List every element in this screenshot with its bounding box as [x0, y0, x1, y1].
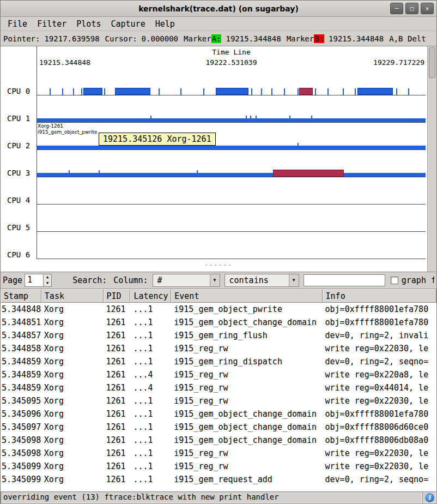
event-tick [73, 88, 74, 95]
cell: 5.345098 [1, 434, 41, 447]
task-bar[interactable] [299, 88, 313, 95]
cell: ...1 [130, 342, 171, 355]
search-input[interactable] [304, 274, 385, 286]
table-row[interactable]: 5.344859Xorg1261...4i915_reg_rwwrite reg… [1, 368, 436, 381]
cell: obj=0xffff88001efa780 [323, 407, 436, 421]
cell: 1261 [104, 473, 131, 486]
table-row[interactable]: 5.345098Xorg1261...1i915_gem_object_chan… [1, 434, 436, 447]
table-row[interactable]: 5.344851Xorg1261...1i915_gem_object_chan… [1, 316, 436, 329]
cell: i915_gem_object_change_domain [171, 316, 322, 329]
cpu-plot[interactable] [37, 150, 426, 177]
event-tick [62, 88, 63, 95]
event-tick [298, 88, 299, 95]
table-body: 5.344848Xorg1261...1i915_gem_object_pwri… [1, 303, 436, 491]
column-header-info[interactable]: Info [323, 289, 436, 303]
cell: obj=0xffff88006d60ce0 [323, 421, 436, 434]
table-row[interactable]: 5.345099Xorg1261...1i915_reg_rwwrite reg… [1, 460, 436, 473]
column-header-latency[interactable]: Latency [130, 289, 171, 303]
graph-follows-checkbox[interactable] [391, 277, 398, 284]
task-annotation-name: Xorg-1261 [38, 123, 97, 129]
table-row[interactable]: 5.345096Xorg1261...1i915_gem_object_chan… [1, 407, 436, 421]
info-icon[interactable]: i [425, 493, 434, 502]
task-bar[interactable] [357, 88, 393, 95]
sched-line [37, 118, 426, 122]
cell: 1261 [104, 434, 131, 447]
cell: i915_gem_ring_dispatch [171, 355, 322, 368]
column-header-task[interactable]: Task [41, 289, 104, 303]
table-row[interactable]: 5.344859Xorg1261...4i915_reg_rwwrite reg… [1, 381, 436, 394]
task-bar[interactable] [83, 88, 102, 95]
menu-bar: FileFilterPlotsCaptureHelp [1, 17, 436, 31]
task-bar[interactable] [115, 88, 150, 95]
cell: ...1 [130, 355, 171, 368]
kernelshark-window: kernelshark(trace.dat) (on sugarbay) ─ □… [0, 0, 437, 504]
minimize-icon[interactable]: ─ [390, 3, 403, 14]
marker-a-label: Marker [184, 34, 211, 43]
chevron-down-icon: ▼ [289, 274, 299, 286]
task-bar[interactable] [273, 170, 344, 177]
table-row[interactable]: 5.344848Xorg1261...1i915_gem_object_pwri… [1, 303, 436, 316]
event-tick [180, 88, 181, 95]
cell: 1261 [104, 447, 131, 460]
cpu-plot[interactable] [37, 95, 426, 123]
timeline-title: Time Line [37, 46, 426, 56]
cell: ...1 [130, 407, 171, 421]
cell: 5.345099 [1, 460, 41, 473]
table-row[interactable]: 5.345098Xorg1261...1i915_reg_rwwrite reg… [1, 447, 436, 460]
table-row[interactable]: 5.345095Xorg1261...1i915_reg_rwwrite reg… [1, 394, 436, 407]
event-tick [203, 88, 204, 95]
pane-splitter[interactable]: ······ [1, 259, 436, 271]
timeline-tooltip: 19215.345126 Xorg-1261 [99, 133, 216, 146]
cpu-plot[interactable] [37, 68, 426, 95]
menu-item-plots[interactable]: Plots [71, 18, 106, 30]
column-select[interactable]: # ▼ [153, 274, 220, 287]
cpu-plot[interactable] [37, 177, 426, 205]
spin-up-icon[interactable]: ▲ [44, 274, 51, 280]
cell: ...1 [130, 316, 171, 329]
cpu-label: CPU 3 [1, 150, 37, 177]
cell: write reg=0x22030, le [323, 342, 436, 355]
column-header-stamp[interactable]: Stamp [1, 289, 41, 303]
table-row[interactable]: 5.344858Xorg1261...1i915_reg_rwwrite reg… [1, 342, 436, 355]
event-tick [81, 88, 82, 95]
match-type-select[interactable]: contains ▼ [224, 274, 299, 287]
cell: Xorg [41, 434, 104, 447]
table-row[interactable]: 5.345097Xorg1261...1i915_gem_object_chan… [1, 421, 436, 434]
maximize-icon[interactable]: □ [405, 3, 418, 14]
cpu-plot[interactable] [37, 205, 426, 232]
event-tick [261, 88, 262, 95]
cell: 5.345095 [1, 394, 41, 407]
event-tick [315, 88, 316, 95]
page-value[interactable]: 1 [25, 274, 43, 287]
menu-item-help[interactable]: Help [150, 18, 180, 30]
graph-follows-label: graph f [402, 275, 434, 285]
menu-item-capture[interactable]: Capture [106, 18, 150, 30]
page-spinner[interactable]: 1 ▲ ▼ [25, 274, 52, 287]
time-tick-label: 19215.344848 [39, 58, 90, 67]
cell: i915_gem_object_change_domain [171, 407, 322, 421]
menu-item-file[interactable]: File [3, 18, 32, 30]
marker-b-badge: B: [314, 34, 324, 43]
column-header-pid[interactable]: PID [104, 289, 131, 303]
cell: 1261 [104, 316, 131, 329]
table-row[interactable]: 5.344859Xorg1261...1i915_gem_ring_dispat… [1, 355, 436, 368]
close-icon[interactable]: ✕ [421, 3, 434, 14]
task-bar[interactable] [216, 88, 248, 95]
cell: write reg=0x22030, le [323, 460, 436, 473]
cpu-plot[interactable] [37, 232, 426, 259]
table-row[interactable]: 5.345099Xorg1261...1i915_gem_request_add… [1, 473, 436, 486]
graph-vertical-scrollbar[interactable] [427, 46, 436, 272]
event-tick [298, 143, 299, 149]
column-header-event[interactable]: Event [171, 289, 322, 303]
titlebar[interactable]: kernelshark(trace.dat) (on sugarbay) ─ □… [1, 1, 436, 17]
cell: Xorg [41, 303, 104, 316]
menu-item-filter[interactable]: Filter [32, 18, 71, 30]
table-row[interactable]: 5.344857Xorg1261...1i915_gem_ring_flushd… [1, 329, 436, 342]
spin-down-icon[interactable]: ▼ [44, 280, 51, 286]
column-label: Column: [113, 275, 148, 285]
scrollbar-thumb[interactable] [429, 47, 435, 78]
cell: dev=0, ring=2, seqno= [323, 355, 436, 368]
cell: i915_reg_rw [171, 381, 322, 394]
cell: 5.344851 [1, 316, 41, 329]
window-controls: ─ □ ✕ [390, 3, 434, 14]
